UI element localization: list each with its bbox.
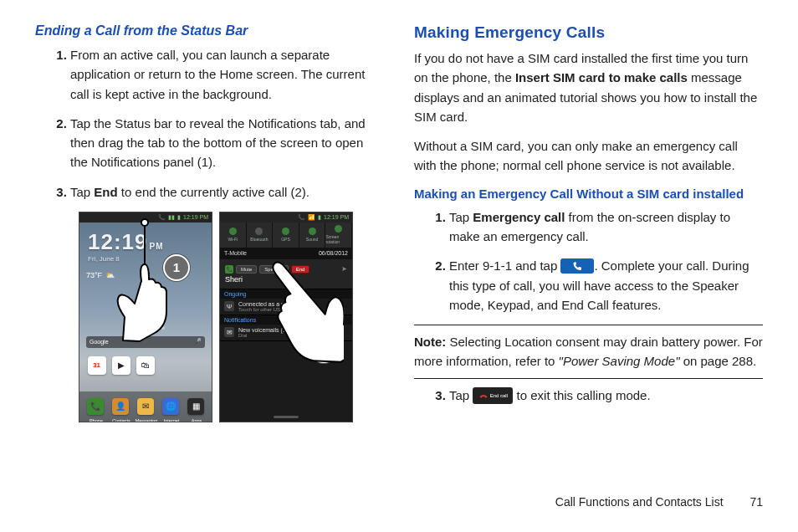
ending-call-steps: From an active call, you can launch a se… <box>35 45 384 202</box>
estep2-pre: Enter 9-1-1 and tap <box>449 258 560 273</box>
usb-title: Connected as a media device <box>238 301 315 307</box>
callout-badge-2: 2 <box>310 336 337 363</box>
expand-icon: ➤ <box>341 265 347 274</box>
estep-1: Tap Emergency call from the on-screen di… <box>449 207 763 247</box>
dock-messaging-icon: ✉Messaging <box>137 398 154 415</box>
estep-3: Tap End call to exit this calling mode. <box>449 386 763 405</box>
play-store-icon: ▶ <box>112 356 130 375</box>
google-search-bar: Google 🎤 <box>86 336 205 348</box>
status-time: 12:19 PM <box>183 214 208 220</box>
caller-name: Sheri <box>225 275 347 284</box>
footer-section: Call Functions and Contacts List <box>555 495 724 509</box>
page-dots <box>79 326 212 330</box>
mute-button: Mute <box>236 265 257 274</box>
footer-page-number: 71 <box>749 495 763 509</box>
clock-date: Fri, June 8 <box>88 255 164 263</box>
note-rule-bottom <box>414 378 763 379</box>
estep3-pre: Tap <box>449 388 473 402</box>
phone-icon: 📞 <box>158 214 166 221</box>
home-app-row: 31 ▶ 🛍 <box>79 356 212 375</box>
note-block: Note: Selecting Location consent may dra… <box>414 332 763 371</box>
step-1: From an active call, you can launch a se… <box>70 45 384 104</box>
page-footer: Call Functions and Contacts List 71 <box>555 495 763 509</box>
emergency-step-3: Tap End call to exit this calling mode. <box>414 386 763 405</box>
left-column: Ending a Call from the Status Bar From a… <box>35 23 384 422</box>
voicemail-icon: ✉ <box>224 327 234 337</box>
vm-sub: Dial <box>238 333 288 338</box>
panel-date: 06/08/2012 <box>319 250 348 256</box>
end-call-label: End call <box>490 393 508 398</box>
estep1-pre: Tap <box>449 210 473 224</box>
quick-toggles: Wi-Fi Bluetooth GPS Sound Screen rotatio… <box>220 223 352 248</box>
notifications-header: Notifications <box>220 315 352 325</box>
note-rule-top <box>414 325 763 325</box>
voicemail-row: ✉ New voicemails (1) Dial <box>220 325 352 341</box>
estep3-post: to exit this calling mode. <box>513 388 650 402</box>
shop-app-icon: 🛍 <box>136 356 155 375</box>
dock-internet-icon: 🌐Internet <box>162 398 179 415</box>
google-label: Google <box>90 339 109 345</box>
toggle-gps: GPS <box>273 223 299 248</box>
call-phone-icon: 📞 <box>225 265 233 274</box>
right-column: Making Emergency Calls If you do not hav… <box>414 23 763 422</box>
note-b: on page 288. <box>679 354 756 368</box>
clock-ampm: PM <box>150 242 164 251</box>
end-call-icon: End call <box>473 387 513 404</box>
vm-title: New voicemails (1) <box>238 327 288 333</box>
step-3-post: to end the currently active call (2). <box>118 185 309 199</box>
step-2: Tap the Status bar to reveal the Notific… <box>70 114 384 172</box>
toggle-sound: Sound <box>299 223 326 248</box>
note-label: Note: <box>414 335 446 349</box>
battery-icon: ▮ <box>318 214 321 221</box>
emergency-sub2: Making an Emergency Call Without a SIM c… <box>414 186 763 202</box>
home-dock: 📞Phone 👤Contacts ✉Messaging 🌐Internet ▦A… <box>79 391 212 422</box>
carrier-name: T-Mobile <box>224 250 247 256</box>
screenshot-home: 📞 ▮▮ ▮ 12:19 PM 12:19PM Fri, June 8 73°F… <box>79 212 212 422</box>
ending-call-subheading: Ending a Call from the Status Bar <box>35 23 384 38</box>
home-statusbar: 📞 ▮▮ ▮ 12:19 PM <box>79 212 212 223</box>
carrier-row: T-Mobile 06/08/2012 <box>220 248 352 259</box>
signal-icon: ▮▮ <box>168 214 175 221</box>
screenshot-notification-panel: 📞 📶 ▮ 12:19 PM Wi-Fi Bluetooth GPS Sound… <box>219 212 353 422</box>
dock-apps-icon: ▦Apps <box>187 398 204 415</box>
end-button: End <box>291 265 310 274</box>
ongoing-header: Ongoing <box>220 289 352 299</box>
emergency-steps-1-2: Tap Emergency call from the on-screen di… <box>414 207 763 315</box>
weather-temp: 73°F <box>86 271 102 279</box>
clock-time: 12:19 <box>88 229 148 254</box>
p1-bold: Insert SIM card to make calls <box>515 70 688 84</box>
toggle-wifi: Wi-Fi <box>220 223 247 248</box>
dock-contacts-icon: 👤Contacts <box>112 398 129 415</box>
estep-2: Enter 9-1-1 and tap . Complete your call… <box>449 256 763 315</box>
dial-handset-icon <box>560 258 594 274</box>
manual-page: Ending a Call from the Status Bar From a… <box>0 0 798 532</box>
clock-widget: 12:19PM Fri, June 8 <box>88 229 164 263</box>
step-2-text: Tap the Status bar to reveal the Notific… <box>70 116 366 170</box>
toggle-bluetooth: Bluetooth <box>247 223 274 248</box>
step-3-bold: End <box>94 185 117 199</box>
status-time: 12:19 PM <box>324 214 349 220</box>
phone-icon: 📞 <box>298 214 305 221</box>
speaker-button: Speaker <box>259 265 288 274</box>
usb-icon: Ψ <box>224 301 234 311</box>
active-call-card: 📞 Mute Speaker End ➤ Sheri <box>220 259 352 289</box>
toggle-rotation: Screen rotation <box>325 223 352 248</box>
calendar-app-icon: 31 <box>88 356 106 375</box>
usb-sub: Touch for other USB options <box>238 307 315 312</box>
estep1-bold: Emergency call <box>473 210 565 224</box>
emergency-p2: Without a SIM card, you can only make an… <box>414 136 763 176</box>
panel-statusbar: 📞 📶 ▮ 12:19 PM <box>220 212 352 223</box>
weather-widget: 73°F ⛅ <box>86 271 115 279</box>
emergency-heading: Making Emergency Calls <box>414 23 763 42</box>
weather-icon: ⛅ <box>105 271 115 279</box>
emergency-p1: If you do not have a SIM card installed … <box>414 49 763 126</box>
dock-phone-icon: 📞Phone <box>87 398 104 415</box>
illustration: 📞 ▮▮ ▮ 12:19 PM 12:19PM Fri, June 8 73°F… <box>79 212 384 422</box>
wifi-icon: 📶 <box>308 214 315 221</box>
panel-handle <box>274 416 299 418</box>
mic-icon: 🎤 <box>193 338 202 345</box>
battery-icon: ▮ <box>177 214 181 221</box>
step-3-pre: Tap <box>70 185 94 199</box>
step-1-text: From an active call, you can launch a se… <box>70 48 365 101</box>
panel-body: Wi-Fi Bluetooth GPS Sound Screen rotatio… <box>220 223 352 422</box>
